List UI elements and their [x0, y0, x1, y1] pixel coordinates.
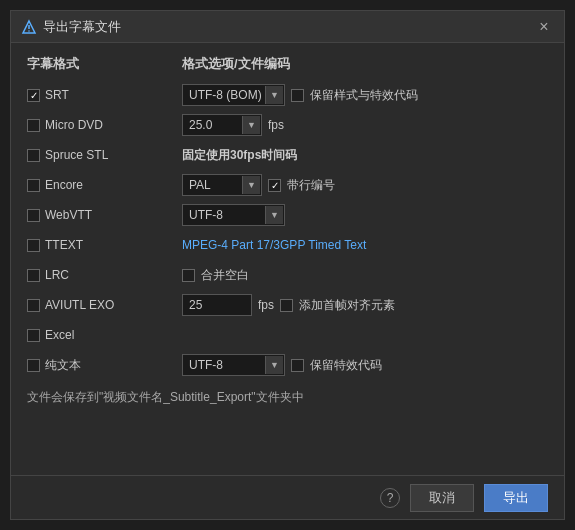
- fps-label-aviutl-exo: fps: [258, 298, 274, 312]
- format-label-plain-text: 纯文本: [27, 357, 182, 374]
- column-headers: 字幕格式 格式选项/文件编码: [27, 55, 548, 73]
- format-name-excel: Excel: [45, 328, 74, 342]
- format-name-webvtt: WebVTT: [45, 208, 92, 222]
- encoding-select-srt[interactable]: UTF-8 (BOM) UTF-8 GBK: [182, 84, 285, 106]
- checkbox-encore[interactable]: [27, 179, 40, 192]
- help-button[interactable]: ?: [380, 488, 400, 508]
- spruce-stl-note: 固定使用30fps时间码: [182, 147, 297, 164]
- select-wrapper-micro-dvd: 25.0 23.976 29.97 ▼: [182, 114, 262, 136]
- checkbox-plain-text-effect[interactable]: [291, 359, 304, 372]
- ttext-link[interactable]: MPEG-4 Part 17/3GPP Timed Text: [182, 238, 366, 252]
- col-right-header: 格式选项/文件编码: [182, 55, 548, 73]
- encoding-select-plain-text[interactable]: UTF-8 UTF-8 (BOM) GBK: [182, 354, 285, 376]
- encoding-select-webvtt[interactable]: UTF-8 UTF-8 (BOM): [182, 204, 285, 226]
- checkbox-micro-dvd[interactable]: [27, 119, 40, 132]
- checkbox-aviutl-exo[interactable]: [27, 299, 40, 312]
- format-row-encore: Encore PAL NTSC Film ▼ 带行编号: [27, 173, 548, 197]
- col-left-header: 字幕格式: [27, 55, 182, 73]
- format-label-micro-dvd: Micro DVD: [27, 118, 182, 132]
- fps-label-micro-dvd: fps: [268, 118, 284, 132]
- dialog-title: 导出字幕文件: [43, 18, 121, 36]
- format-options-webvtt: UTF-8 UTF-8 (BOM) ▼: [182, 204, 548, 226]
- label-lrc-merge: 合并空白: [201, 267, 249, 284]
- close-button[interactable]: ×: [534, 17, 554, 37]
- fps-input-aviutl-exo[interactable]: [182, 294, 252, 316]
- select-wrapper-webvtt: UTF-8 UTF-8 (BOM) ▼: [182, 204, 285, 226]
- select-wrapper-plain-text: UTF-8 UTF-8 (BOM) GBK ▼: [182, 354, 285, 376]
- checkbox-srt[interactable]: [27, 89, 40, 102]
- label-encore-line: 带行编号: [287, 177, 335, 194]
- label-plain-text-effect: 保留特效代码: [310, 357, 382, 374]
- label-srt-style: 保留样式与特效代码: [310, 87, 418, 104]
- format-options-spruce-stl: 固定使用30fps时间码: [182, 147, 548, 164]
- format-row-micro-dvd: Micro DVD 25.0 23.976 29.97 ▼ fps: [27, 113, 548, 137]
- fps-select-micro-dvd[interactable]: 25.0 23.976 29.97: [182, 114, 262, 136]
- format-name-plain-text: 纯文本: [45, 357, 81, 374]
- format-label-excel: Excel: [27, 328, 182, 342]
- format-name-micro-dvd: Micro DVD: [45, 118, 103, 132]
- checkbox-spruce-stl[interactable]: [27, 149, 40, 162]
- label-aviutl-first-frame: 添加首帧对齐元素: [299, 297, 395, 314]
- checkbox-lrc[interactable]: [27, 269, 40, 282]
- cancel-button[interactable]: 取消: [410, 484, 474, 512]
- checkbox-aviutl-first-frame[interactable]: [280, 299, 293, 312]
- format-label-ttext: TTEXT: [27, 238, 182, 252]
- checkbox-srt-style[interactable]: [291, 89, 304, 102]
- format-options-micro-dvd: 25.0 23.976 29.97 ▼ fps: [182, 114, 548, 136]
- checkbox-ttext[interactable]: [27, 239, 40, 252]
- export-dialog: 导出字幕文件 × 字幕格式 格式选项/文件编码 SRT UTF-8 (BOM) …: [10, 10, 565, 520]
- format-name-srt: SRT: [45, 88, 69, 102]
- format-options-plain-text: UTF-8 UTF-8 (BOM) GBK ▼ 保留特效代码: [182, 354, 548, 376]
- select-wrapper-srt: UTF-8 (BOM) UTF-8 GBK ▼: [182, 84, 285, 106]
- format-options-ttext: MPEG-4 Part 17/3GPP Timed Text: [182, 238, 548, 252]
- select-wrapper-encore: PAL NTSC Film ▼: [182, 174, 262, 196]
- dialog-content: 字幕格式 格式选项/文件编码 SRT UTF-8 (BOM) UTF-8 GBK…: [11, 43, 564, 475]
- format-row-ttext: TTEXT MPEG-4 Part 17/3GPP Timed Text: [27, 233, 548, 257]
- title-bar-left: 导出字幕文件: [21, 18, 121, 36]
- format-name-ttext: TTEXT: [45, 238, 83, 252]
- svg-point-2: [28, 30, 30, 32]
- checkbox-excel[interactable]: [27, 329, 40, 342]
- format-options-aviutl-exo: fps 添加首帧对齐元素: [182, 294, 548, 316]
- title-bar: 导出字幕文件 ×: [11, 11, 564, 43]
- format-options-encore: PAL NTSC Film ▼ 带行编号: [182, 174, 548, 196]
- checkbox-webvtt[interactable]: [27, 209, 40, 222]
- format-row-aviutl-exo: AVIUTL EXO fps 添加首帧对齐元素: [27, 293, 548, 317]
- format-label-lrc: LRC: [27, 268, 182, 282]
- format-options-lrc: 合并空白: [182, 267, 548, 284]
- format-name-spruce-stl: Spruce STL: [45, 148, 108, 162]
- format-name-lrc: LRC: [45, 268, 69, 282]
- checkbox-plain-text[interactable]: [27, 359, 40, 372]
- format-row-lrc: LRC 合并空白: [27, 263, 548, 287]
- format-row-plain-text: 纯文本 UTF-8 UTF-8 (BOM) GBK ▼ 保留特效代码: [27, 353, 548, 377]
- app-icon: [21, 19, 37, 35]
- format-row-webvtt: WebVTT UTF-8 UTF-8 (BOM) ▼: [27, 203, 548, 227]
- format-label-encore: Encore: [27, 178, 182, 192]
- footer-info: 文件会保存到"视频文件名_Subtitle_Export"文件夹中: [27, 383, 548, 410]
- format-label-srt: SRT: [27, 88, 182, 102]
- format-row-srt: SRT UTF-8 (BOM) UTF-8 GBK ▼ 保留样式与特效代码: [27, 83, 548, 107]
- format-name-aviutl-exo: AVIUTL EXO: [45, 298, 114, 312]
- format-label-aviutl-exo: AVIUTL EXO: [27, 298, 182, 312]
- format-row-excel: Excel: [27, 323, 548, 347]
- format-label-webvtt: WebVTT: [27, 208, 182, 222]
- standard-select-encore[interactable]: PAL NTSC Film: [182, 174, 262, 196]
- format-name-encore: Encore: [45, 178, 83, 192]
- format-row-spruce-stl: Spruce STL 固定使用30fps时间码: [27, 143, 548, 167]
- checkbox-encore-line[interactable]: [268, 179, 281, 192]
- checkbox-lrc-merge[interactable]: [182, 269, 195, 282]
- bottom-bar: ? 取消 导出: [11, 475, 564, 519]
- export-button[interactable]: 导出: [484, 484, 548, 512]
- format-label-spruce-stl: Spruce STL: [27, 148, 182, 162]
- format-options-srt: UTF-8 (BOM) UTF-8 GBK ▼ 保留样式与特效代码: [182, 84, 548, 106]
